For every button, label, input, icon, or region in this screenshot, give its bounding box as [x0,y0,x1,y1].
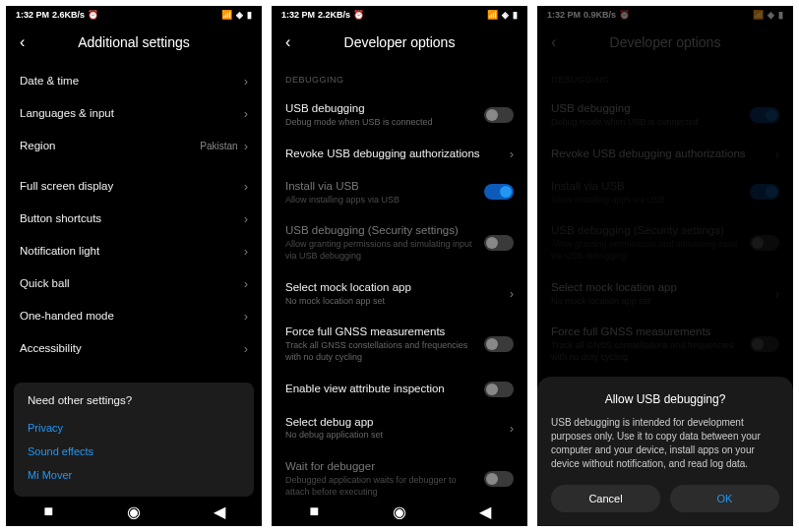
suggestion-popup: Need other settings? PrivacySound effect… [14,383,254,497]
dialog-text: USB debugging is intended for developmen… [551,416,779,471]
battery-icon: ▮ [247,10,252,20]
nav-bar: ■ ◉ ◀ [6,497,262,526]
row-usb-debugging-security-settings-[interactable]: USB debugging (Security settings)Allow g… [285,214,514,270]
toggle[interactable] [484,471,514,487]
row-title: Notification light [20,244,234,259]
page-title: Developer options [285,34,514,50]
dialog-title: Allow USB debugging? [551,392,779,406]
row-date-time[interactable]: Date & time› [20,65,248,97]
ok-button[interactable]: OK [670,485,779,512]
page-title: Additional settings [20,34,248,50]
row-subtitle: Debug mode when USB is connected [285,117,474,129]
screen-developer-options: 1:32 PM 2.2KB/s ⏰ 📶 ◈ ▮ ‹ Developer opti… [272,6,527,526]
nav-recents[interactable]: ■ [41,504,55,518]
nav-recents[interactable]: ■ [307,504,321,518]
popup-item-sound-effects[interactable]: Sound effects [28,440,240,463]
chevron-right-icon: › [244,244,248,259]
cancel-button[interactable]: Cancel [551,485,660,512]
toggle[interactable] [484,235,514,251]
row-title: Accessibility [20,341,234,356]
row-value: Pakistan [200,141,237,151]
row-title: Quick ball [20,276,234,291]
chevron-right-icon: › [244,139,248,153]
signal-icon: 📶 [221,10,232,20]
row-subtitle: No debug application set [285,430,500,442]
popup-item-privacy[interactable]: Privacy [28,416,240,440]
usb-debugging-dialog: Allow USB debugging? USB debugging is in… [537,377,793,526]
row-wait-for-debugger[interactable]: Wait for debuggerDebugged application wa… [285,450,514,497]
nav-back[interactable]: ◀ [478,504,492,518]
screen-additional-settings: 1:32 PM 2.6KB/s ⏰ 📶 ◈ ▮ ‹ Additional set… [6,6,262,526]
chevron-right-icon: › [510,147,514,161]
chevron-right-icon: › [510,421,514,436]
chevron-right-icon: › [244,309,248,324]
row-quick-ball[interactable]: Quick ball› [20,267,248,300]
row-notification-light[interactable]: Notification light› [20,235,248,267]
row-subtitle: Track all GNSS constellations and freque… [285,340,474,363]
row-title: Region [20,139,190,153]
battery-icon: ▮ [513,10,518,20]
row-one-handed-mode[interactable]: One-handed mode› [20,300,248,332]
header: ‹ Additional settings [6,24,262,65]
nav-home[interactable]: ◉ [393,504,406,518]
row-languages-input[interactable]: Languages & input› [20,97,248,130]
content: DEBUGGING USB debuggingDebug mode when U… [272,65,527,497]
toggle[interactable] [484,336,514,352]
row-subtitle: No mock location app set [285,296,500,308]
popup-title: Need other settings? [28,394,240,406]
alarm-icon: ⏰ [88,10,98,20]
row-title: Date & time [20,74,234,89]
status-net: 2.2KB/s [318,10,350,20]
wifi-icon: ◈ [236,10,243,20]
row-title: Select mock location app [285,280,500,295]
row-title: Install via USB [285,179,474,194]
wifi-icon: ◈ [502,10,509,20]
row-region[interactable]: RegionPakistan› [20,130,248,162]
nav-home[interactable]: ◉ [127,504,141,518]
row-button-shortcuts[interactable]: Button shortcuts› [20,203,248,235]
row-select-mock-location-app[interactable]: Select mock location appNo mock location… [285,271,514,317]
nav-bar: ■ ◉ ◀ [272,497,527,526]
chevron-right-icon: › [244,106,248,121]
row-title: Revoke USB debugging authorizations [285,147,500,161]
row-subtitle: Debugged application waits for debugger … [285,475,474,497]
row-title: Languages & input [20,106,234,121]
row-title: USB debugging [285,101,474,116]
status-time: 1:32 PM [16,10,49,20]
row-title: Full screen display [20,179,234,194]
row-install-via-usb[interactable]: Install via USBAllow installing apps via… [285,170,514,215]
row-title: USB debugging (Security settings) [285,223,474,238]
row-force-full-gnss-measurements[interactable]: Force full GNSS measurementsTrack all GN… [285,316,514,372]
row-title: Wait for debugger [285,459,474,474]
popup-item-mi-mover[interactable]: Mi Mover [28,463,240,487]
toggle[interactable] [484,382,514,397]
row-enable-view-attribute-inspection[interactable]: Enable view attribute inspection [285,373,514,406]
signal-icon: 📶 [487,10,498,20]
chevron-right-icon: › [510,286,514,301]
chevron-right-icon: › [244,179,248,194]
row-usb-debugging[interactable]: USB debuggingDebug mode when USB is conn… [285,92,514,138]
status-net: 2.6KB/s [52,10,85,20]
status-time: 1:32 PM [281,10,315,20]
toggle[interactable] [484,107,514,123]
row-accessibility[interactable]: Accessibility› [20,332,248,365]
row-subtitle: Allow granting permissions and simulatin… [285,239,474,262]
row-title: Select debug app [285,415,500,430]
chevron-right-icon: › [244,276,248,291]
header: ‹ Developer options [272,24,527,65]
status-bar: 1:32 PM 2.6KB/s ⏰ 📶 ◈ ▮ [6,6,262,24]
status-bar: 1:32 PM 2.2KB/s ⏰ 📶 ◈ ▮ [272,6,527,24]
screen-developer-options-dialog: 1:32 PM 0.9KB/s ⏰ 📶 ◈ ▮ ‹ Developer opti… [537,6,793,526]
toggle[interactable] [484,184,514,200]
row-full-screen-display[interactable]: Full screen display› [20,170,248,203]
row-title: One-handed mode [20,309,234,324]
row-title: Force full GNSS measurements [285,325,474,339]
chevron-right-icon: › [244,341,248,356]
dialog-overlay[interactable]: Allow USB debugging? USB debugging is in… [537,6,793,526]
row-revoke-usb-debugging-authorizations[interactable]: Revoke USB debugging authorizations› [285,138,514,170]
alarm-icon: ⏰ [353,10,364,20]
row-select-debug-app[interactable]: Select debug appNo debug application set… [285,406,514,451]
row-title: Enable view attribute inspection [285,382,474,396]
nav-back[interactable]: ◀ [213,504,226,518]
row-title: Button shortcuts [20,211,234,226]
